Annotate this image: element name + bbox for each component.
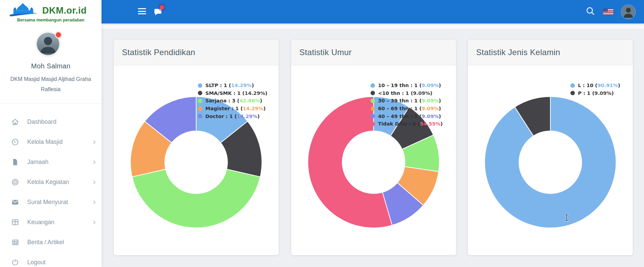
- content-top-strip: [101, 23, 644, 29]
- sidebar-menu: DashboardKelola MasjidJamaahKelola Kegia…: [0, 103, 101, 267]
- topbar-avatar[interactable]: [622, 5, 635, 19]
- legend-item-l[interactable]: L : 10 (90.91%): [570, 82, 620, 89]
- legend-label: Doctor : 1 (14.29%): [205, 114, 260, 119]
- legend-percent: 9.09%: [594, 90, 611, 96]
- legend-percent: 90.91%: [597, 83, 618, 88]
- user-organization: DKM Masjid Masjid Aljihad Graha Raflesia: [8, 74, 93, 95]
- sidebar: DKM.or.id Bersama membangun peradaban Mo…: [0, 0, 101, 267]
- chevron-right-icon: [91, 179, 97, 185]
- home-icon: [11, 118, 20, 127]
- legend-label: 10 – 19 thn : 1 (9.09%): [378, 83, 441, 88]
- card-title: Statistik Jenis Kelamin: [476, 48, 560, 57]
- brand-logo[interactable]: DKM.or.id: [8, 1, 87, 20]
- status-badge: [56, 32, 61, 37]
- sidebar-item-surat-menyurat[interactable]: Surat Menyurat: [0, 192, 101, 212]
- chevron-right-icon: [91, 199, 97, 205]
- legend-percent: 14.29%: [245, 90, 265, 96]
- chevron-right-icon: [91, 159, 97, 165]
- legend-percent: 9.09%: [422, 106, 439, 111]
- menu-toggle-button[interactable]: [138, 8, 146, 15]
- profile-avatar[interactable]: [36, 32, 60, 56]
- card-statistik-umur: Statistik Umur 10 – 19 thn : 1 (9.09%)<1…: [291, 40, 456, 255]
- legend-percent: 9.09%: [422, 83, 439, 88]
- legend-item-sarjana[interactable]: Sarjana : 3 (42.86%): [198, 97, 267, 105]
- topbar: [101, 0, 644, 23]
- legend-marker-icon: [198, 99, 202, 103]
- chart-legend: L : 10 (90.91%)P : 1 (9.09%): [570, 82, 620, 97]
- legend-marker-icon: [198, 114, 202, 118]
- target-icon: [11, 178, 20, 187]
- legend-marker-icon: [371, 114, 375, 118]
- search-icon: [586, 6, 595, 16]
- legend-item-10-thn[interactable]: <10 thn : 1 (9.09%): [371, 89, 443, 97]
- sidebar-item-dashboard[interactable]: Dashboard: [0, 112, 101, 132]
- legend-item-60-69-thn[interactable]: 60 – 69 thn : 1 (9.09%): [371, 105, 443, 113]
- language-flag-button[interactable]: [603, 9, 613, 15]
- legend-percent: 9.09%: [422, 114, 439, 119]
- legend-marker-icon: [371, 122, 375, 126]
- mosque-logo-icon: [8, 1, 40, 20]
- legend-item-doctor[interactable]: Doctor : 1 (14.29%): [198, 112, 267, 120]
- sidebar-item-logout[interactable]: Logout: [0, 252, 101, 267]
- legend-percent: 9.09%: [413, 90, 430, 96]
- brand-tagline: Bersama membangun peradaban: [0, 18, 101, 22]
- mouse-text-cursor-icon: [564, 214, 569, 223]
- legend-label: <10 thn : 1 (9.09%): [378, 90, 433, 96]
- legend-item-p[interactable]: P : 1 (9.09%): [570, 89, 620, 97]
- legend-item-tidak-diisi[interactable]: Tidak Diisi : 6 (54.55%): [371, 120, 443, 128]
- sidebar-item-label: Keuangan: [27, 219, 54, 226]
- news-icon: [11, 238, 20, 247]
- sidebar-item-label: Kelola Masjid: [27, 138, 63, 146]
- card-header: Statistik Pendidikan: [114, 40, 279, 65]
- mail-icon: [11, 198, 20, 207]
- sidebar-item-keuangan[interactable]: Keuangan: [0, 212, 101, 232]
- chevron-right-icon: [91, 219, 97, 226]
- menu-icon: [138, 8, 146, 9]
- legend-label: 30 – 39 thn : 1 (9.09%): [378, 98, 441, 103]
- sidebar-item-berita-artikel[interactable]: Berita / Artikel: [0, 232, 101, 252]
- legend-marker-icon: [198, 106, 202, 111]
- legend-item-sma-smk[interactable]: SMA/SMK : 1 (14.29%): [198, 89, 267, 97]
- sidebar-item-kelola-kegiatan[interactable]: Kelola Kegiatan: [0, 172, 101, 192]
- legend-marker-icon: [198, 83, 202, 88]
- file-icon: [11, 158, 20, 167]
- legend-marker-icon: [371, 91, 375, 95]
- legend-item-10-19-thn[interactable]: 10 – 19 thn : 1 (9.09%): [371, 82, 443, 89]
- legend-label: Tidak Diisi : 6 (54.55%): [378, 121, 443, 127]
- legend-marker-icon: [371, 99, 375, 103]
- gauge-icon: [11, 138, 20, 147]
- sidebar-item-label: Dashboard: [27, 118, 57, 126]
- legend-label: P : 1 (9.09%): [578, 90, 614, 96]
- legend-percent: 14.29%: [237, 114, 257, 119]
- legend-marker-icon: [570, 91, 575, 95]
- legend-percent: 54.55%: [420, 121, 440, 127]
- messages-button[interactable]: [153, 7, 163, 17]
- sidebar-item-kelola-masjid[interactable]: Kelola Masjid: [0, 132, 101, 152]
- notification-badge: [160, 5, 164, 10]
- card-statistik-pendidikan: Statistik Pendidikan SLTP : 1 (14.29%)SM…: [114, 40, 279, 255]
- table-icon: [11, 218, 20, 227]
- sidebar-item-label: Kelola Kegiatan: [27, 179, 69, 186]
- legend-label: SMA/SMK : 1 (14.29%): [205, 90, 267, 96]
- card-statistik-jenis-kelamin: Statistik Jenis Kelamin L : 10 (90.91%)P…: [468, 40, 633, 255]
- donut-slice-sarjana[interactable]: [132, 169, 260, 228]
- legend-percent: 9.09%: [422, 98, 439, 103]
- legend-percent: 14.29%: [231, 83, 251, 88]
- search-button[interactable]: [586, 6, 595, 17]
- legend-marker-icon: [570, 83, 575, 88]
- chart-legend: SLTP : 1 (14.29%)SMA/SMK : 1 (14.29%)Sar…: [198, 82, 267, 120]
- sidebar-item-jamaah[interactable]: Jamaah: [0, 152, 101, 172]
- brand-name: DKM.or.id: [42, 5, 87, 16]
- sidebar-item-label: Berita / Artikel: [27, 239, 64, 246]
- chat-icon: [153, 12, 162, 17]
- legend-item-30-39-thn[interactable]: 30 – 39 thn : 1 (9.09%): [371, 97, 443, 105]
- legend-label: L : 10 (90.91%): [578, 83, 620, 88]
- donut-chart-jenis-kelamin: [484, 96, 617, 229]
- legend-item-40-49-thn[interactable]: 40 – 49 thn : 1 (9.09%): [371, 112, 443, 120]
- legend-item-sltp[interactable]: SLTP : 1 (14.29%): [198, 82, 267, 89]
- card-header: Statistik Umur: [291, 40, 456, 65]
- legend-marker-icon: [371, 83, 375, 88]
- card-title: Statistik Umur: [299, 48, 352, 57]
- legend-item-magister[interactable]: Magister : 1 (14.29%): [198, 105, 267, 113]
- power-icon: [11, 258, 20, 267]
